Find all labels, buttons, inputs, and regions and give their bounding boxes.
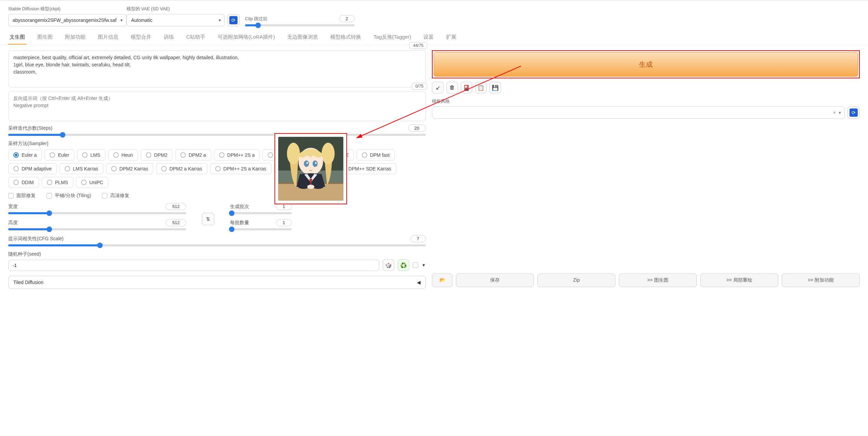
seed-extra-checkbox[interactable] bbox=[413, 262, 418, 268]
tab-4[interactable]: 模型合并 bbox=[129, 30, 153, 44]
tab-3[interactable]: 图片信息 bbox=[97, 30, 120, 44]
sampler-option[interactable]: Euler bbox=[44, 150, 74, 161]
radio-icon bbox=[13, 152, 19, 158]
floppy-icon: 💾 bbox=[492, 85, 499, 91]
svg-point-10 bbox=[306, 162, 308, 164]
tab-8[interactable]: 无边图像浏览 bbox=[286, 30, 319, 44]
sampler-option[interactable]: Euler a bbox=[8, 150, 42, 161]
radio-icon bbox=[215, 166, 221, 171]
tab-6[interactable]: C站助手 bbox=[185, 30, 207, 44]
send-extras-button[interactable]: >> 附加功能 bbox=[782, 273, 860, 287]
save-button[interactable]: 保存 bbox=[456, 273, 534, 287]
radio-icon bbox=[65, 166, 70, 171]
styles-button[interactable]: 🎴 bbox=[461, 82, 472, 93]
hires-checkbox[interactable]: 高清修复 bbox=[102, 193, 129, 199]
sampler-option[interactable]: DPM2 a bbox=[175, 150, 211, 161]
sampler-option[interactable]: LMS bbox=[77, 150, 105, 161]
sampler-option[interactable]: DPM2 a Karras bbox=[156, 163, 207, 174]
height-label: 高度 bbox=[8, 220, 18, 226]
steps-value[interactable]: 20 bbox=[408, 125, 426, 132]
svg-point-5 bbox=[287, 143, 300, 164]
sampler-option[interactable]: DPM++ 2S a bbox=[214, 150, 260, 161]
output-image[interactable] bbox=[278, 137, 344, 201]
tab-12[interactable]: 扩展 bbox=[445, 30, 458, 44]
refresh-icon: ⟳ bbox=[850, 108, 858, 117]
neg-prompt-textarea[interactable] bbox=[13, 95, 421, 116]
clip-value[interactable]: 2 bbox=[339, 15, 355, 22]
seed-random-button[interactable]: 🎲 bbox=[383, 259, 394, 271]
tab-1[interactable]: 图生图 bbox=[36, 30, 54, 44]
generate-button[interactable]: 生成 bbox=[434, 52, 858, 77]
trash-icon: 🗑 bbox=[449, 85, 455, 91]
sampler-option[interactable]: DPM2 Karras bbox=[106, 163, 153, 174]
height-slider[interactable] bbox=[8, 228, 186, 230]
vae-value: Automatic bbox=[131, 17, 152, 23]
sampler-option[interactable]: DPM++ 2S a Karras bbox=[210, 163, 271, 174]
sampler-option[interactable]: DPM fast bbox=[357, 150, 395, 161]
vae-select[interactable]: Automatic ▾ bbox=[127, 14, 225, 26]
save-style-button[interactable]: 💾 bbox=[489, 82, 501, 93]
width-slider[interactable] bbox=[8, 212, 186, 214]
radio-icon bbox=[161, 166, 167, 171]
sampler-option[interactable]: DPM adaptive bbox=[8, 163, 57, 174]
clip-slider[interactable] bbox=[245, 24, 355, 26]
clear-button[interactable]: 🗑 bbox=[446, 82, 458, 93]
prompt-textarea[interactable] bbox=[13, 54, 421, 83]
tab-9[interactable]: 模型格式转换 bbox=[329, 30, 362, 44]
main-tabs: 文生图图生图附加功能图片信息模型合并训练C站助手可选附加网络(LoRA插件)无边… bbox=[0, 30, 868, 45]
ckpt-value: abyssorangemix2SFW_abyssorangemix2Sfw.sa… bbox=[13, 17, 116, 23]
seed-label: 随机种子(seed) bbox=[8, 251, 426, 257]
sampler-option[interactable]: PLMS bbox=[42, 177, 73, 188]
sampler-option[interactable]: Heun bbox=[108, 150, 138, 161]
chevron-down-icon[interactable]: ▼ bbox=[422, 263, 426, 268]
swap-dimensions-button[interactable]: ⇅ bbox=[202, 213, 214, 225]
radio-icon bbox=[47, 180, 52, 185]
style-refresh-button[interactable]: ⟳ bbox=[847, 106, 860, 119]
svg-point-8 bbox=[304, 161, 309, 167]
cfg-slider[interactable] bbox=[8, 244, 426, 246]
sampler-option[interactable]: UniPC bbox=[76, 177, 108, 188]
prompt-token-count: 44/75 bbox=[409, 42, 427, 49]
ckpt-select[interactable]: abyssorangemix2SFW_abyssorangemix2Sfw.sa… bbox=[8, 14, 126, 26]
tab-0[interactable]: 文生图 bbox=[8, 30, 26, 44]
seed-reuse-button[interactable]: ♻️ bbox=[398, 259, 409, 271]
steps-slider[interactable] bbox=[8, 134, 426, 136]
ckpt-label: Stable Diffusion 模型(ckpt) bbox=[8, 6, 121, 12]
send-inpaint-button[interactable]: >> 局部重绘 bbox=[700, 273, 778, 287]
seed-input[interactable] bbox=[8, 260, 379, 271]
radio-icon bbox=[50, 152, 55, 158]
tiled-diffusion-accordion[interactable]: Tiled Diffusion ◀ bbox=[8, 276, 426, 289]
clear-icon[interactable]: × bbox=[833, 110, 836, 115]
tiling-checkbox[interactable]: 平铺/分块 (Tiling) bbox=[47, 193, 91, 199]
output-preview-highlight bbox=[275, 133, 347, 204]
batch-size-slider[interactable] bbox=[230, 228, 292, 230]
sampler-option[interactable]: DDIM bbox=[8, 177, 39, 188]
cfg-value[interactable]: 7 bbox=[410, 235, 426, 242]
open-folder-button[interactable]: 📂 bbox=[432, 273, 452, 287]
send-img2img-button[interactable]: >> 图生图 bbox=[619, 273, 697, 287]
tab-2[interactable]: 附加功能 bbox=[64, 30, 87, 44]
sampler-option[interactable]: DPM2 bbox=[141, 150, 173, 161]
tab-10[interactable]: Tag反推(Tagger) bbox=[372, 30, 412, 44]
generate-highlight: 生成 bbox=[432, 50, 860, 78]
clip-label: Clip 跳过层 bbox=[245, 16, 267, 22]
zip-button[interactable]: Zip bbox=[537, 273, 615, 287]
chevron-down-icon: ▾ bbox=[120, 18, 123, 23]
paste-button[interactable]: 📋 bbox=[475, 82, 487, 93]
batch-size-value[interactable]: 1 bbox=[276, 219, 292, 226]
svg-point-9 bbox=[312, 161, 318, 167]
radio-icon bbox=[362, 152, 367, 158]
arrow-button[interactable]: ↙ bbox=[432, 82, 444, 93]
face-restore-checkbox[interactable]: 面部修复 bbox=[8, 193, 36, 199]
sampler-option[interactable]: LMS Karras bbox=[60, 163, 103, 174]
height-value[interactable]: 512 bbox=[166, 219, 186, 226]
tab-7[interactable]: 可选附加网络(LoRA插件) bbox=[216, 30, 277, 44]
chevron-down-icon: ▾ bbox=[219, 18, 221, 23]
width-value[interactable]: 512 bbox=[166, 203, 186, 210]
tab-5[interactable]: 训练 bbox=[162, 30, 175, 44]
radio-icon bbox=[219, 152, 225, 158]
batch-count-slider[interactable] bbox=[230, 212, 292, 214]
vae-refresh-button[interactable]: ⟳ bbox=[227, 14, 240, 26]
cfg-label: 提示词相关性(CFG Scale) bbox=[8, 236, 64, 242]
style-select[interactable]: × ▾ bbox=[432, 106, 845, 119]
